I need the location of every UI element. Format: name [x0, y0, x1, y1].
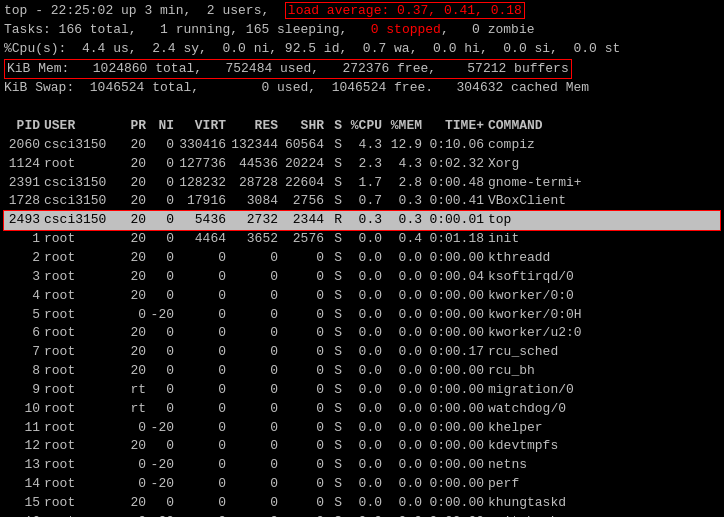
cell-res: 0: [228, 456, 280, 475]
cell-res: 0: [228, 362, 280, 381]
cell-s: S: [326, 381, 344, 400]
cell-res: 2732: [228, 211, 280, 230]
col-user: USER: [42, 117, 120, 136]
cell-virt: 0: [176, 324, 228, 343]
cell-virt: 0: [176, 362, 228, 381]
table-row: 2493csci3150200543627322344R0.30.30:00.0…: [4, 211, 720, 230]
cell-pr: 20: [120, 343, 148, 362]
cell-pid: 15: [4, 494, 42, 513]
cell-pid: 10: [4, 400, 42, 419]
cell-s: S: [326, 419, 344, 438]
cell-time: 0:00.00: [424, 419, 486, 438]
cell-res: 44536: [228, 155, 280, 174]
cell-pr: 20: [120, 211, 148, 230]
cell-cpu: 1.7: [344, 174, 384, 193]
cell-pid: 9: [4, 381, 42, 400]
cell-mem: 0.0: [384, 419, 424, 438]
cell-time: 0:00.00: [424, 287, 486, 306]
cell-mem: 12.9: [384, 136, 424, 155]
cell-time: 0:00.00: [424, 306, 486, 325]
cell-virt: 5436: [176, 211, 228, 230]
cell-user: root: [42, 324, 120, 343]
cell-cpu: 0.0: [344, 249, 384, 268]
cell-virt: 0: [176, 249, 228, 268]
cell-time: 0:00.00: [424, 381, 486, 400]
cell-mem: 0.0: [384, 494, 424, 513]
header-line-2: Tasks: 166 total, 1 running, 165 sleepin…: [4, 21, 720, 40]
cell-ni: -20: [148, 456, 176, 475]
table-row: 15root200000S0.00.00:00.00khungtaskd: [4, 494, 720, 513]
cell-shr: 2344: [280, 211, 326, 230]
cell-mem: 0.0: [384, 324, 424, 343]
cell-user: root: [42, 437, 120, 456]
cell-user: root: [42, 287, 120, 306]
cell-cpu: 0.0: [344, 475, 384, 494]
cell-virt: 0: [176, 268, 228, 287]
cell-pid: 13: [4, 456, 42, 475]
col-pid: PID: [4, 117, 42, 136]
cell-virt: 0: [176, 513, 228, 517]
cell-res: 0: [228, 287, 280, 306]
cell-ni: 0: [148, 494, 176, 513]
col-res: RES: [228, 117, 280, 136]
cell-shr: 0: [280, 437, 326, 456]
table-row: 6root200000S0.00.00:00.00kworker/u2:0: [4, 324, 720, 343]
cell-mem: 0.0: [384, 381, 424, 400]
table-row: 7root200000S0.00.00:00.17rcu_sched: [4, 343, 720, 362]
cell-cpu: 4.3: [344, 136, 384, 155]
cell-shr: 0: [280, 381, 326, 400]
cell-pid: 16: [4, 513, 42, 517]
cell-s: R: [326, 211, 344, 230]
cell-user: csci3150: [42, 174, 120, 193]
separator: [4, 98, 720, 117]
table-row: 2root200000S0.00.00:00.00kthreadd: [4, 249, 720, 268]
cell-pid: 6: [4, 324, 42, 343]
cell-virt: 330416: [176, 136, 228, 155]
cell-cmd: Xorg: [486, 155, 720, 174]
table-row: 1root200446436522576S0.00.40:01.18init: [4, 230, 720, 249]
cell-cmd: writeback: [486, 513, 720, 517]
cell-pr: 20: [120, 174, 148, 193]
cell-user: root: [42, 249, 120, 268]
cell-mem: 0.3: [384, 192, 424, 211]
cell-pr: 20: [120, 362, 148, 381]
cell-cmd: kdevtmpfs: [486, 437, 720, 456]
terminal: top - 22:25:02 up 3 min, 2 users, load a…: [0, 0, 724, 517]
table-row: 9rootrt0000S0.00.00:00.00migration/0: [4, 381, 720, 400]
cell-cpu: 0.0: [344, 494, 384, 513]
col-cmd: COMMAND: [486, 117, 720, 136]
cell-virt: 0: [176, 287, 228, 306]
cell-ni: 0: [148, 249, 176, 268]
cell-mem: 0.0: [384, 343, 424, 362]
cell-pr: 20: [120, 287, 148, 306]
table-row: 10rootrt0000S0.00.00:00.00watchdog/0: [4, 400, 720, 419]
cell-shr: 0: [280, 494, 326, 513]
cell-ni: 0: [148, 400, 176, 419]
cell-pr: 20: [120, 324, 148, 343]
cell-res: 0: [228, 437, 280, 456]
cell-cmd: khungtaskd: [486, 494, 720, 513]
cell-pr: 0: [120, 513, 148, 517]
cell-res: 0: [228, 400, 280, 419]
cell-shr: 0: [280, 324, 326, 343]
cell-ni: 0: [148, 174, 176, 193]
cell-s: S: [326, 136, 344, 155]
cell-mem: 0.0: [384, 513, 424, 517]
cell-cmd: init: [486, 230, 720, 249]
cell-res: 0: [228, 513, 280, 517]
cell-cpu: 0.0: [344, 230, 384, 249]
cell-pid: 2: [4, 249, 42, 268]
cell-pr: 20: [120, 136, 148, 155]
cell-cmd: kthreadd: [486, 249, 720, 268]
cell-ni: 0: [148, 381, 176, 400]
col-virt: VIRT: [176, 117, 228, 136]
cell-virt: 0: [176, 494, 228, 513]
table-row: 12root200000S0.00.00:00.00kdevtmpfs: [4, 437, 720, 456]
cell-cmd: kworker/0:0H: [486, 306, 720, 325]
cell-mem: 0.0: [384, 268, 424, 287]
table-row: 3root200000S0.00.00:00.04ksoftirqd/0: [4, 268, 720, 287]
cell-ni: -20: [148, 475, 176, 494]
cell-ni: 0: [148, 287, 176, 306]
cell-shr: 20224: [280, 155, 326, 174]
cell-s: S: [326, 494, 344, 513]
